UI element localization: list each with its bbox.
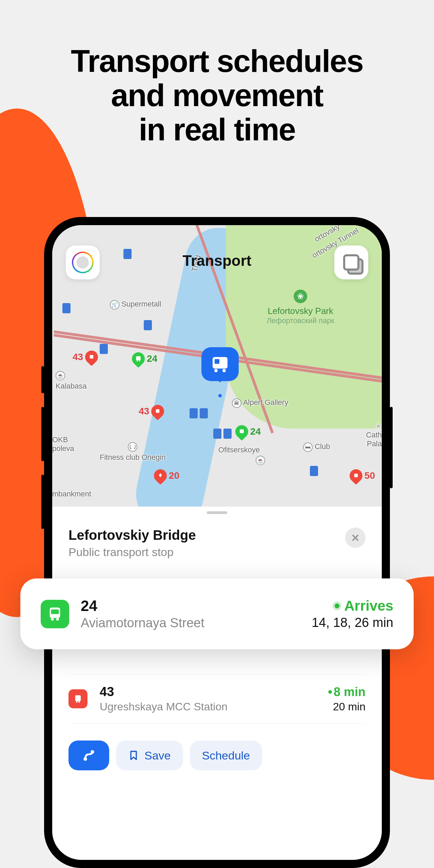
route-number: 24 <box>81 597 312 614</box>
tram-pin[interactable]: 43 <box>139 405 164 418</box>
route-times: 14, 18, 26 min <box>312 615 393 630</box>
tram-pin[interactable]: 43 <box>73 351 98 363</box>
profile-button[interactable] <box>66 245 100 279</box>
svg-point-19 <box>56 618 59 620</box>
live-dot-icon <box>335 604 339 608</box>
tree-icon: ❀ <box>294 290 307 303</box>
map-title: Transport <box>183 252 252 269</box>
save-button[interactable]: Save <box>116 741 183 770</box>
route-destination: Aviamotornaya Street <box>81 616 312 630</box>
drag-handle[interactable] <box>207 511 227 514</box>
park-label: ❀ Lefortovsky Park Лефортовский парк <box>267 290 334 325</box>
svg-rect-4 <box>156 409 160 413</box>
svg-point-12 <box>76 701 78 703</box>
tram-pin[interactable]: 50 <box>350 469 375 482</box>
svg-rect-11 <box>75 695 81 702</box>
svg-rect-6 <box>354 474 358 477</box>
svg-rect-3 <box>90 355 94 359</box>
svg-point-13 <box>78 701 80 703</box>
selected-stop-marker[interactable] <box>201 347 239 381</box>
route-number: 43 <box>100 685 328 699</box>
close-icon <box>351 533 360 542</box>
svg-point-9 <box>222 369 226 372</box>
route-destination: Ugreshskaya MCC Station <box>100 701 328 713</box>
stop-subtitle: Public transport stop <box>68 546 196 559</box>
bus-icon <box>41 600 69 628</box>
close-button[interactable] <box>345 528 366 548</box>
svg-point-18 <box>51 618 54 620</box>
bus-pin[interactable]: 24 <box>235 425 261 438</box>
poi-label: OKB poleva <box>52 435 74 453</box>
bus-pin[interactable]: 24 <box>132 352 157 365</box>
poi-label: ☕ Kalabasa <box>56 371 87 391</box>
tram-pin[interactable]: 20 <box>154 469 179 482</box>
svg-rect-0 <box>136 356 140 361</box>
svg-point-1 <box>137 360 138 361</box>
arrives-label: Arrives <box>312 598 393 614</box>
poi-label: Ofitserskoye <box>218 446 260 454</box>
poi-label: ☕ <box>256 456 265 467</box>
poi-label: 🛒 Supermetall <box>110 300 161 311</box>
poi-label: ⤹⤸ Fitness club Onegin <box>100 442 165 462</box>
svg-rect-17 <box>51 609 59 614</box>
stop-name: Lefortovskiy Bridge <box>68 528 196 543</box>
selected-stop-dot <box>218 394 222 397</box>
route-time-secondary: 20 min <box>328 701 366 713</box>
bookmark-icon <box>128 750 139 761</box>
poi-label: ★ Cath Pala <box>366 422 382 448</box>
map[interactable]: 🛒 Supermetall ☕ Kalabasa OKB poleva ⤹⤸ F… <box>52 225 382 507</box>
svg-rect-5 <box>240 429 244 433</box>
route-row[interactable]: 43 Ugreshskaya MCC Station •8 min 20 min <box>52 674 382 723</box>
phone-frame: 🛒 Supermetall ☕ Kalabasa OKB poleva ⤹⤸ F… <box>44 217 390 868</box>
svg-rect-10 <box>215 359 219 364</box>
svg-point-8 <box>214 369 218 372</box>
poi-label: 🏛 Alpert Gallery <box>232 398 288 409</box>
route-icon <box>82 748 96 763</box>
tram-icon <box>68 689 87 708</box>
promo-headline: Transport schedules and movement in real… <box>0 0 434 147</box>
stop-panel[interactable]: Lefortovskiy Bridge Public transport sto… <box>52 507 382 860</box>
route-time-primary: •8 min <box>328 685 366 699</box>
poi-label: mbankment <box>52 490 91 498</box>
avatar-icon <box>77 256 89 269</box>
route-card-highlighted[interactable]: 24 Aviamotornaya Street Arrives 14, 18, … <box>20 578 414 649</box>
poi-label: 🛏 Club <box>303 442 330 453</box>
layers-icon <box>343 254 359 271</box>
layers-button[interactable] <box>334 245 368 279</box>
schedule-button[interactable]: Schedule <box>190 741 262 770</box>
svg-point-2 <box>139 360 140 361</box>
route-button[interactable] <box>68 741 109 770</box>
